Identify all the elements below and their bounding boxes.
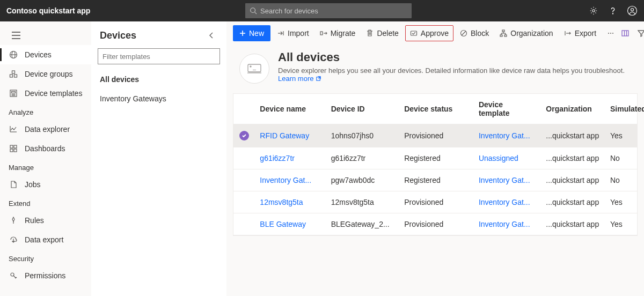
device-template-link[interactable]: Inventory Gat... bbox=[473, 124, 540, 147]
app-title: Contoso quickstart app bbox=[6, 6, 245, 15]
device-id: 1ohns07jhs0 bbox=[326, 124, 399, 147]
simulated: Yes bbox=[605, 191, 637, 213]
nav-label: Device groups bbox=[25, 70, 73, 78]
svg-rect-22 bbox=[14, 149, 17, 152]
organization: ...quickstart app bbox=[540, 213, 605, 235]
nav-item-device-templates[interactable]: Device templates bbox=[0, 84, 91, 103]
new-button[interactable]: New bbox=[233, 25, 270, 41]
col-simulated[interactable]: Simulated bbox=[605, 94, 637, 124]
simulated: Yes bbox=[605, 213, 637, 235]
top-icons bbox=[588, 5, 638, 16]
table-row[interactable]: BLE GatewayBLEGateway_2...ProvisionedInv… bbox=[233, 213, 637, 235]
device-name-link[interactable]: RFID Gateway bbox=[254, 124, 325, 147]
nav-item-dashboards[interactable]: Dashboards bbox=[0, 139, 91, 158]
approve-icon bbox=[410, 29, 418, 37]
export-arrow-icon bbox=[564, 29, 572, 37]
collapse-button[interactable] bbox=[205, 29, 218, 42]
svg-rect-21 bbox=[10, 149, 13, 152]
columns-icon[interactable] bbox=[621, 29, 630, 38]
device-status: Provisioned bbox=[399, 213, 473, 235]
col-device-template[interactable]: Device template bbox=[473, 94, 540, 124]
nav-item-device-groups[interactable]: Device groups bbox=[0, 64, 91, 84]
svg-line-36 bbox=[462, 31, 466, 35]
nav-label: Permissions bbox=[25, 271, 65, 280]
device-id: g61i6zz7tr bbox=[326, 147, 399, 169]
row-checkbox[interactable] bbox=[233, 124, 254, 147]
export-button[interactable]: Export bbox=[560, 25, 601, 41]
delete-button[interactable]: Delete bbox=[362, 25, 402, 41]
svg-rect-39 bbox=[504, 35, 507, 36]
nav-item-devices[interactable]: Devices bbox=[0, 45, 91, 64]
col-device-status[interactable]: Device status bbox=[399, 94, 473, 124]
svg-rect-34 bbox=[411, 31, 416, 35]
device-status: Registered bbox=[399, 169, 473, 191]
device-id: pgw7awb0dc bbox=[326, 169, 399, 191]
block-button[interactable]: Block bbox=[456, 25, 493, 41]
nav-item-permissions[interactable]: Permissions bbox=[0, 266, 91, 285]
check-icon bbox=[239, 131, 249, 140]
checkbox-column[interactable] bbox=[233, 94, 254, 124]
nav-item-data-explorer[interactable]: Data explorer bbox=[0, 120, 91, 139]
svg-rect-49 bbox=[622, 31, 628, 36]
table-row[interactable]: RFID Gateway1ohns07jhs0ProvisionedInvent… bbox=[233, 124, 637, 147]
table-row[interactable]: Inventory Gat...pgw7awb0dcRegisteredInve… bbox=[233, 169, 637, 191]
more-button[interactable] bbox=[603, 25, 619, 41]
organization-button[interactable]: Organization bbox=[495, 25, 557, 41]
template-item-all-devices[interactable]: All devices bbox=[91, 70, 226, 89]
svg-point-46 bbox=[608, 33, 609, 34]
nav-section-security: Security bbox=[0, 249, 91, 266]
left-nav: Devices Device groups Device templates A… bbox=[0, 21, 91, 296]
permissions-icon bbox=[9, 271, 18, 280]
import-button[interactable]: Import bbox=[273, 25, 313, 41]
migrate-button[interactable]: Migrate bbox=[316, 25, 360, 41]
learn-more-link[interactable]: Learn more bbox=[278, 75, 321, 83]
hamburger-button[interactable] bbox=[0, 26, 91, 45]
col-organization[interactable]: Organization bbox=[540, 94, 605, 124]
svg-point-48 bbox=[612, 33, 613, 34]
nav-item-jobs[interactable]: Jobs bbox=[0, 175, 91, 194]
row-checkbox[interactable] bbox=[233, 147, 254, 169]
nav-item-data-export[interactable]: Data export bbox=[0, 230, 91, 249]
col-device-id[interactable]: Device ID bbox=[326, 94, 399, 124]
filter-icon[interactable] bbox=[637, 29, 644, 38]
template-item-inventory-gateways[interactable]: Inventory Gateways bbox=[91, 89, 226, 108]
table-row[interactable]: g61i6zz7trg61i6zz7trRegisteredUnassigned… bbox=[233, 147, 637, 169]
svg-rect-38 bbox=[500, 35, 502, 36]
device-name-link[interactable]: g61i6zz7tr bbox=[254, 147, 325, 169]
nav-label: Data export bbox=[25, 235, 63, 244]
page-description: Device explorer helps you see all your d… bbox=[278, 66, 625, 75]
device-template-link[interactable]: Unassigned bbox=[473, 147, 540, 169]
filter-templates-input[interactable] bbox=[98, 48, 220, 64]
search-input[interactable] bbox=[260, 7, 407, 15]
device-id: BLEGateway_2... bbox=[326, 213, 399, 235]
device-name-link[interactable]: BLE Gateway bbox=[254, 213, 325, 235]
table-row[interactable]: 12msv8tg5ta12msv8tg5taProvisionedInvento… bbox=[233, 191, 637, 213]
simulated: No bbox=[605, 147, 637, 169]
gear-icon[interactable] bbox=[588, 5, 599, 16]
svg-rect-56 bbox=[253, 70, 256, 70]
row-checkbox[interactable] bbox=[233, 213, 254, 235]
help-icon[interactable] bbox=[608, 5, 618, 16]
organization: ...quickstart app bbox=[540, 169, 605, 191]
svg-rect-19 bbox=[10, 145, 13, 148]
row-checkbox[interactable] bbox=[233, 191, 254, 213]
device-template-link[interactable]: Inventory Gat... bbox=[473, 191, 540, 213]
templates-heading: Devices bbox=[100, 30, 136, 41]
approve-button[interactable]: Approve bbox=[405, 25, 453, 41]
block-icon bbox=[460, 29, 467, 37]
nav-item-rules[interactable]: Rules bbox=[0, 211, 91, 230]
top-header: Contoso quickstart app bbox=[0, 0, 644, 21]
device-name-link[interactable]: 12msv8tg5ta bbox=[254, 191, 325, 213]
device-template-link[interactable]: Inventory Gat... bbox=[473, 213, 540, 235]
info-device-icon bbox=[239, 54, 269, 84]
search-bar[interactable] bbox=[245, 3, 412, 18]
device-name-link[interactable]: Inventory Gat... bbox=[254, 169, 325, 191]
svg-marker-52 bbox=[638, 31, 644, 36]
dashboard-icon bbox=[9, 144, 18, 153]
device-template-link[interactable]: Inventory Gat... bbox=[473, 169, 540, 191]
nav-section-manage: Manage bbox=[0, 158, 91, 175]
user-icon[interactable] bbox=[627, 5, 638, 16]
col-device-name[interactable]: Device name bbox=[254, 94, 325, 124]
organization: ...quickstart app bbox=[540, 124, 605, 147]
row-checkbox[interactable] bbox=[233, 169, 254, 191]
